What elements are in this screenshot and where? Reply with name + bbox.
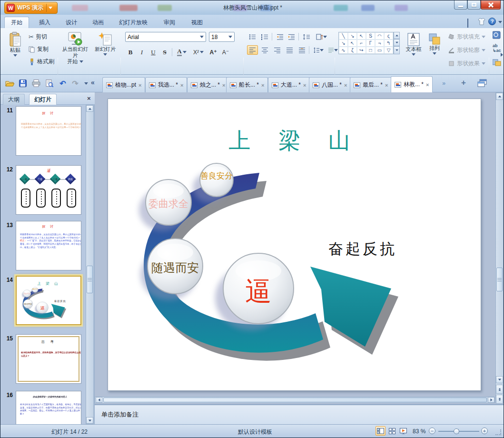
tab-view[interactable]: 视图: [185, 17, 209, 28]
shape-outline-button[interactable]: 形状轮廓: [447, 45, 487, 55]
shape-cell[interactable]: ↪: [357, 47, 366, 54]
slide-thumbnail-11[interactable]: 探 讨 回顾看看林冲走过的路，从东岳庙到梁山泊，是什么原因使这样一个逆来顺受的人…: [16, 106, 81, 156]
shape-cell[interactable]: ς: [384, 32, 393, 40]
slide-title[interactable]: 上 梁 山: [228, 128, 360, 153]
doc-tab[interactable]: 我选... *×: [145, 77, 187, 92]
shape-effects-button[interactable]: 形状效果: [447, 59, 487, 69]
align-center-button[interactable]: [259, 45, 270, 55]
align-left-button[interactable]: [247, 45, 258, 55]
shape-cell[interactable]: ▭: [375, 47, 384, 54]
format-painter-button[interactable]: 格式刷: [27, 57, 56, 67]
cut-button[interactable]: ✂ 剪切: [27, 32, 49, 42]
minimize-button[interactable]: [454, 0, 467, 10]
bullets-button[interactable]: [247, 32, 258, 41]
doc-tab[interactable]: 八国... *×: [309, 77, 351, 92]
shape-cell[interactable]: ↘: [348, 32, 357, 40]
tab-slideshow[interactable]: 幻灯片放映: [113, 17, 154, 28]
ball-label-bi[interactable]: 逼: [245, 276, 272, 307]
shape-cell[interactable]: ∿: [339, 47, 348, 54]
shape-cell[interactable]: ↖: [357, 32, 366, 40]
doc-tab[interactable]: 烛之... *×: [187, 77, 229, 92]
redo-button[interactable]: ↷: [70, 78, 80, 89]
line-spacing-rule-button[interactable]: [301, 32, 312, 41]
shape-cell[interactable]: ▽: [384, 47, 393, 54]
italic-button[interactable]: I: [137, 47, 147, 57]
shape-cell[interactable]: ↘: [339, 40, 348, 47]
slide-sorter-button[interactable]: [387, 426, 397, 436]
slide-right-text[interactable]: 奋起反抗: [328, 240, 397, 257]
bold-button[interactable]: B: [125, 47, 136, 57]
numbering-button[interactable]: [259, 32, 270, 41]
panel-splitter[interactable]: [94, 92, 95, 424]
scroll-up-button[interactable]: [496, 93, 503, 100]
textbox-button[interactable]: 文本框: [403, 31, 424, 71]
toolbar-dropdown[interactable]: [84, 82, 88, 85]
close-tab-icon[interactable]: ×: [222, 82, 225, 88]
close-tab-icon[interactable]: ×: [303, 82, 306, 88]
tab-insert[interactable]: 插入: [33, 17, 57, 28]
slide-thumbnail-12[interactable]: 逼 一逼 二逼 三逼 四逼: [16, 165, 81, 215]
scroll-down-button[interactable]: [496, 376, 503, 383]
doc-tab[interactable]: 最后... *×: [350, 77, 392, 92]
decrease-indent-button[interactable]: [275, 32, 286, 41]
doc-tab[interactable]: 船长... *×: [226, 77, 268, 92]
zoom-out-button[interactable]: −: [429, 428, 435, 434]
shape-cell[interactable]: □: [366, 47, 375, 54]
maximize-button[interactable]: [467, 0, 481, 10]
tab-design[interactable]: 设计: [59, 17, 83, 28]
scroll-left-button[interactable]: [96, 397, 102, 403]
text-direction-button[interactable]: [314, 32, 329, 41]
distribute-button[interactable]: [296, 45, 307, 55]
shape-cell[interactable]: ╲: [339, 32, 348, 40]
replace-icon[interactable]: ab↳ac: [493, 43, 501, 53]
print-preview-button[interactable]: [44, 78, 55, 89]
print-button[interactable]: [31, 78, 41, 89]
gallery-down-button[interactable]: [394, 39, 400, 46]
copy-button[interactable]: 复制: [27, 44, 50, 54]
shape-cell[interactable]: ↖: [348, 40, 357, 47]
tab-outline[interactable]: 大纲: [3, 94, 25, 105]
paste-button[interactable]: 粘贴: [5, 30, 25, 71]
close-tab-icon[interactable]: ×: [385, 82, 388, 88]
slideshow-button[interactable]: [398, 426, 408, 436]
underline-button[interactable]: U: [148, 47, 158, 57]
close-tab-icon[interactable]: ×: [180, 82, 183, 88]
strikethrough-button[interactable]: S: [159, 47, 170, 57]
shape-fill-button[interactable]: 形状填充: [447, 32, 487, 42]
design-template-label[interactable]: 默认设计模板: [138, 428, 372, 436]
ball-label-weiqu[interactable]: 委曲求全: [148, 198, 188, 209]
horizontal-scrollbar[interactable]: [95, 397, 495, 403]
shape-cell[interactable]: ζ: [348, 47, 357, 54]
font-size-combo[interactable]: 18: [209, 32, 235, 42]
panel-scroll-up[interactable]: [86, 105, 93, 112]
tab-review[interactable]: 审阅: [158, 17, 181, 28]
superscript-button[interactable]: X²: [191, 47, 206, 57]
close-panel-button[interactable]: ×: [87, 95, 91, 102]
previous-slide-button[interactable]: [496, 385, 503, 394]
select-icon[interactable]: [493, 59, 502, 66]
new-slide-button[interactable]: 新幻灯片: [92, 30, 119, 71]
font-color-button[interactable]: A: [175, 47, 189, 57]
close-tab-icon[interactable]: ×: [344, 82, 347, 88]
close-button[interactable]: [481, 0, 501, 10]
gallery-up-button[interactable]: [394, 32, 400, 39]
tab-slides[interactable]: 幻灯片: [29, 94, 57, 105]
shape-cell[interactable]: ¬: [375, 40, 384, 47]
horizontal-scroll-thumb[interactable]: [103, 398, 487, 402]
collapse-tabs-button[interactable]: «: [91, 79, 95, 86]
shape-cell[interactable]: ◠: [375, 32, 384, 40]
collapse-ribbon-button[interactable]: [467, 20, 468, 28]
panel-scrollbar[interactable]: [86, 105, 94, 424]
align-right-button[interactable]: [272, 45, 283, 55]
paragraph-more-button[interactable]: [326, 45, 339, 55]
skin-button[interactable]: [477, 18, 486, 27]
tab-animation[interactable]: 动画: [86, 17, 110, 28]
justify-button[interactable]: [284, 45, 295, 55]
doc-tab[interactable]: 植物...pt×: [102, 77, 145, 92]
slide-canvas[interactable]: 上 梁 山 委曲求全 善良安分 随遇而安 逼: [108, 99, 481, 391]
scroll-right-button[interactable]: [488, 397, 494, 403]
panel-scroll-down[interactable]: [86, 417, 93, 424]
zoom-slider-thumb[interactable]: [454, 428, 459, 434]
open-button[interactable]: [4, 78, 15, 89]
vertical-scrollbar[interactable]: [495, 92, 504, 403]
